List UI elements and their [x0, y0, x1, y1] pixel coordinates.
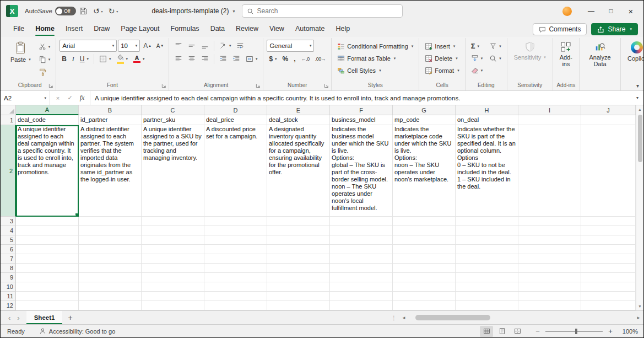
cell-F9[interactable]: [330, 273, 393, 282]
cell-G4[interactable]: [393, 226, 456, 235]
cell-G11[interactable]: [393, 292, 456, 301]
enter-entry-button[interactable]: ✓: [64, 94, 75, 101]
cell-I8[interactable]: [518, 264, 581, 273]
expand-formula-bar-button[interactable]: ▾: [631, 91, 643, 105]
cell-E8[interactable]: [267, 264, 330, 273]
row-header-2[interactable]: 2: [1, 125, 16, 217]
document-title[interactable]: deals-imports-template (2) ▾: [151, 7, 235, 15]
cell-A11[interactable]: [16, 292, 79, 301]
accessibility-status[interactable]: Accessibility: Good to go: [39, 328, 115, 335]
cell-D9[interactable]: [204, 273, 267, 282]
cell-D12[interactable]: [204, 301, 267, 310]
cut-button[interactable]: ▾: [36, 41, 53, 52]
cell-F3[interactable]: [330, 217, 393, 226]
cell-J5[interactable]: [581, 235, 636, 245]
tab-page-layout[interactable]: Page Layout: [116, 23, 164, 36]
align-center-button[interactable]: [186, 53, 198, 65]
format-painter-button[interactable]: [36, 66, 53, 78]
horizontal-scrollbar[interactable]: [409, 311, 634, 324]
cell-J11[interactable]: [581, 292, 636, 301]
minimize-button[interactable]: —: [582, 3, 600, 19]
cell-H7[interactable]: [456, 254, 518, 264]
cell-F2[interactable]: Indicates the business model under which…: [330, 125, 393, 217]
cell-I5[interactable]: [518, 235, 581, 245]
autosum-button[interactable]: Σ▾: [469, 40, 485, 52]
new-sheet-button[interactable]: +: [62, 313, 78, 322]
cell-D7[interactable]: [204, 254, 267, 264]
zoom-slider-thumb[interactable]: [575, 329, 577, 334]
cell-F12[interactable]: [330, 301, 393, 310]
cell-G2[interactable]: Indicates the marketplace code under whi…: [393, 125, 456, 217]
save-button[interactable]: [76, 6, 90, 17]
cell-C6[interactable]: [142, 245, 204, 254]
collapse-ribbon-button[interactable]: ▾: [636, 83, 639, 89]
cell-E4[interactable]: [267, 226, 330, 235]
sheet-nav-next-button[interactable]: ›: [14, 314, 23, 322]
row-header-6[interactable]: 6: [1, 245, 16, 254]
cell-E11[interactable]: [267, 292, 330, 301]
accounting-format-button[interactable]: $▾: [267, 53, 279, 65]
copy-button[interactable]: ▾: [36, 53, 53, 65]
row-header-7[interactable]: 7: [1, 254, 16, 264]
clear-button[interactable]: ▾: [469, 65, 485, 76]
cell-E10[interactable]: [267, 282, 330, 292]
column-header-E[interactable]: E: [267, 105, 330, 115]
cell-F7[interactable]: [330, 254, 393, 264]
cell-B5[interactable]: [79, 235, 142, 245]
cell-B6[interactable]: [79, 245, 142, 254]
cell-A5[interactable]: [16, 235, 79, 245]
cell-G12[interactable]: [393, 301, 456, 310]
cell-D1[interactable]: deal_price: [204, 115, 267, 125]
cell-A1[interactable]: deal_code: [16, 115, 79, 125]
cell-C12[interactable]: [142, 301, 204, 310]
find-select-button[interactable]: ▾: [487, 52, 504, 64]
cell-G6[interactable]: [393, 245, 456, 254]
cell-D5[interactable]: [204, 235, 267, 245]
cell-I12[interactable]: [518, 301, 581, 310]
cell-C5[interactable]: [142, 235, 204, 245]
tab-formulas[interactable]: Formulas: [166, 23, 204, 36]
select-all-corner[interactable]: [1, 105, 16, 115]
cell-J8[interactable]: [581, 264, 636, 273]
name-box[interactable]: A2 ▾: [1, 91, 50, 105]
notification-icon[interactable]: [562, 7, 572, 16]
cell-B7[interactable]: [79, 254, 142, 264]
row-header-3[interactable]: 3: [1, 217, 16, 226]
decrease-decimal-button[interactable]: .00→: [313, 53, 328, 65]
cell-E3[interactable]: [267, 217, 330, 226]
horizontal-scrollbar-thumb[interactable]: [415, 315, 490, 320]
cell-J9[interactable]: [581, 273, 636, 282]
scroll-left-button[interactable]: ◄: [399, 315, 409, 320]
merge-center-button[interactable]: ▾: [243, 53, 260, 65]
align-right-button[interactable]: [199, 53, 211, 65]
delete-cells-button[interactable]: Delete▾: [423, 52, 461, 64]
cell-A12[interactable]: [16, 301, 79, 310]
align-bottom-button[interactable]: [199, 40, 211, 52]
cell-E5[interactable]: [267, 235, 330, 245]
paste-button[interactable]: Paste▾: [7, 39, 34, 64]
row-header-11[interactable]: 11: [1, 292, 16, 301]
cell-I4[interactable]: [518, 226, 581, 235]
cell-A10[interactable]: [16, 282, 79, 292]
cell-J6[interactable]: [581, 245, 636, 254]
cell-D10[interactable]: [204, 282, 267, 292]
row-header-10[interactable]: 10: [1, 282, 16, 292]
autosave-toggle[interactable]: AutoSave Off: [25, 7, 76, 15]
cell-A9[interactable]: [16, 273, 79, 282]
page-break-view-button[interactable]: [511, 326, 524, 337]
redo-button[interactable]: ↻▾: [106, 6, 121, 17]
cell-F8[interactable]: [330, 264, 393, 273]
cell-J1[interactable]: [581, 115, 636, 125]
column-header-C[interactable]: C: [142, 105, 204, 115]
font-dialog-launcher[interactable]: [161, 83, 166, 88]
increase-font-size-button[interactable]: A▴: [141, 40, 153, 52]
insert-cells-button[interactable]: Insert▾: [423, 40, 461, 52]
cell-I6[interactable]: [518, 245, 581, 254]
comments-button[interactable]: Comments: [533, 23, 587, 35]
sheet-tab-sheet1[interactable]: Sheet1: [26, 311, 63, 324]
cell-E9[interactable]: [267, 273, 330, 282]
cell-C7[interactable]: [142, 254, 204, 264]
orientation-button[interactable]: ▾: [217, 40, 234, 52]
cell-A8[interactable]: [16, 264, 79, 273]
vertical-scrollbar[interactable]: ▲ ▼: [636, 105, 643, 310]
